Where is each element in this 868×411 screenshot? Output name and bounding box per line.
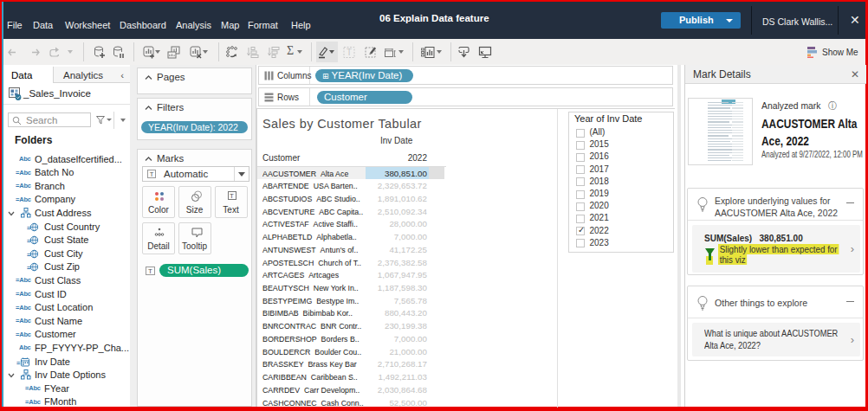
svg-text:=: = xyxy=(16,359,21,367)
svg-text:T: T xyxy=(347,48,352,57)
